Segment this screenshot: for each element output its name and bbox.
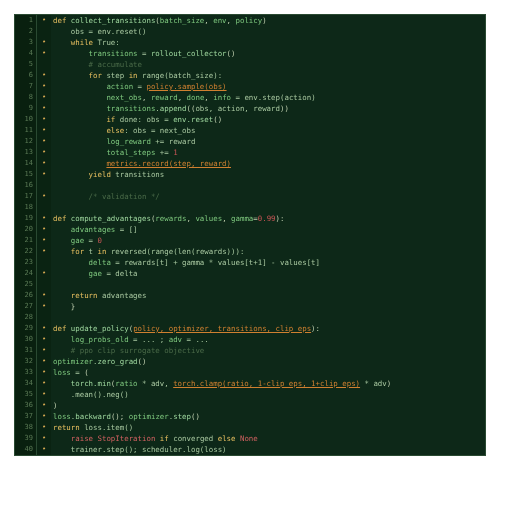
line-content[interactable]: total_steps += 1 xyxy=(51,147,485,158)
code-line[interactable]: 23 delta = rewards[t] + gamma * values[t… xyxy=(15,257,485,268)
line-content[interactable]: /* validation */ xyxy=(51,191,485,202)
line-content[interactable]: next_obs, reward, done, info = env.step(… xyxy=(51,92,485,103)
breakpoint-marker[interactable]: • xyxy=(37,345,51,356)
breakpoint-marker[interactable]: • xyxy=(37,378,51,389)
code-line[interactable]: 29•def update_policy(policy, optimizer, … xyxy=(15,323,485,334)
line-content[interactable]: advantages = [] xyxy=(51,224,485,235)
breakpoint-marker[interactable]: • xyxy=(37,48,51,59)
code-line[interactable]: 24• gae = delta xyxy=(15,268,485,279)
code-line[interactable]: 12• log_reward += reward xyxy=(15,136,485,147)
breakpoint-marker[interactable]: • xyxy=(37,433,51,444)
line-content[interactable]: for t in reversed(range(len(rewards))): xyxy=(51,246,485,257)
code-line[interactable]: 37•loss.backward(); optimizer.step() xyxy=(15,411,485,422)
code-line[interactable]: 4• transitions = rollout_collector() xyxy=(15,48,485,59)
breakpoint-marker[interactable]: • xyxy=(37,422,51,433)
code-line[interactable]: 21• gae = 0 xyxy=(15,235,485,246)
code-line[interactable]: 10• if done: obs = env.reset() xyxy=(15,114,485,125)
breakpoint-marker[interactable]: • xyxy=(37,92,51,103)
code-line[interactable]: 19•def compute_advantages(rewards, value… xyxy=(15,213,485,224)
breakpoint-marker[interactable]: • xyxy=(37,70,51,81)
breakpoint-marker[interactable]: • xyxy=(37,191,51,202)
breakpoint-marker[interactable]: • xyxy=(37,15,51,26)
line-content[interactable]: loss = ( xyxy=(51,367,485,378)
code-line[interactable]: 8• next_obs, reward, done, info = env.st… xyxy=(15,92,485,103)
line-content[interactable]: .mean().neg() xyxy=(51,389,485,400)
line-content[interactable]: while True: xyxy=(51,37,485,48)
code-line[interactable]: 16 xyxy=(15,180,485,191)
code-line[interactable]: 31• # ppo clip surrogate objective xyxy=(15,345,485,356)
breakpoint-marker[interactable]: • xyxy=(37,301,51,312)
code-line[interactable]: 35• .mean().neg() xyxy=(15,389,485,400)
line-content[interactable] xyxy=(51,202,485,213)
line-content[interactable]: gae = 0 xyxy=(51,235,485,246)
line-content[interactable]: torch.min(ratio * adv, torch.clamp(ratio… xyxy=(51,378,485,389)
line-content[interactable]: else: obs = next_obs xyxy=(51,125,485,136)
line-content[interactable]: transitions = rollout_collector() xyxy=(51,48,485,59)
breakpoint-marker[interactable]: • xyxy=(37,37,51,48)
line-content[interactable]: log_reward += reward xyxy=(51,136,485,147)
breakpoint-marker[interactable]: • xyxy=(37,224,51,235)
breakpoint-marker[interactable]: • xyxy=(37,103,51,114)
line-content[interactable]: metrics.record(step, reward) xyxy=(51,158,485,169)
line-content[interactable]: delta = rewards[t] + gamma * values[t+1]… xyxy=(51,257,485,268)
breakpoint-marker[interactable]: • xyxy=(37,323,51,334)
line-content[interactable]: def update_policy(policy, optimizer, tra… xyxy=(51,323,485,334)
line-content[interactable]: ) xyxy=(51,400,485,411)
code-line[interactable]: 11• else: obs = next_obs xyxy=(15,125,485,136)
code-line[interactable]: 32•optimizer.zero_grad() xyxy=(15,356,485,367)
code-line[interactable]: 34• torch.min(ratio * adv, torch.clamp(r… xyxy=(15,378,485,389)
breakpoint-marker[interactable]: • xyxy=(37,411,51,422)
code-line[interactable]: 17• /* validation */ xyxy=(15,191,485,202)
code-line[interactable]: 5 # accumulate xyxy=(15,59,485,70)
code-line[interactable]: 25 xyxy=(15,279,485,290)
line-content[interactable]: for step in range(batch_size): xyxy=(51,70,485,81)
code-line[interactable]: 1•def collect_transitions(batch_size, en… xyxy=(15,15,485,26)
breakpoint-marker[interactable]: • xyxy=(37,246,51,257)
code-line[interactable]: 15• yield transitions xyxy=(15,169,485,180)
code-line[interactable]: 7• action = policy.sample(obs) xyxy=(15,81,485,92)
code-line[interactable]: 6• for step in range(batch_size): xyxy=(15,70,485,81)
line-content[interactable]: raise StopIteration if converged else No… xyxy=(51,433,485,444)
line-content[interactable]: action = policy.sample(obs) xyxy=(51,81,485,92)
code-line[interactable]: 3• while True: xyxy=(15,37,485,48)
code-line[interactable]: 40• trainer.step(); scheduler.log(loss) xyxy=(15,444,485,455)
code-line[interactable]: 9• transitions.append((obs, action, rewa… xyxy=(15,103,485,114)
code-line[interactable]: 38•return loss.item() xyxy=(15,422,485,433)
code-line[interactable]: 22• for t in reversed(range(len(rewards)… xyxy=(15,246,485,257)
breakpoint-marker[interactable] xyxy=(37,312,51,323)
code-line[interactable]: 27• } xyxy=(15,301,485,312)
breakpoint-marker[interactable]: • xyxy=(37,158,51,169)
line-content[interactable]: loss.backward(); optimizer.step() xyxy=(51,411,485,422)
line-content[interactable]: gae = delta xyxy=(51,268,485,279)
breakpoint-marker[interactable]: • xyxy=(37,125,51,136)
line-content[interactable]: return advantages xyxy=(51,290,485,301)
line-content[interactable]: return loss.item() xyxy=(51,422,485,433)
breakpoint-marker[interactable]: • xyxy=(37,290,51,301)
line-content[interactable] xyxy=(51,312,485,323)
breakpoint-marker[interactable]: • xyxy=(37,169,51,180)
breakpoint-marker[interactable]: • xyxy=(37,136,51,147)
line-content[interactable] xyxy=(51,180,485,191)
line-content[interactable]: obs = env.reset() xyxy=(51,26,485,37)
breakpoint-marker[interactable]: • xyxy=(37,235,51,246)
breakpoint-marker[interactable] xyxy=(37,257,51,268)
breakpoint-marker[interactable]: • xyxy=(37,356,51,367)
line-content[interactable]: def compute_advantages(rewards, values, … xyxy=(51,213,485,224)
line-content[interactable]: } xyxy=(51,301,485,312)
code-line[interactable]: 26• return advantages xyxy=(15,290,485,301)
line-content[interactable]: optimizer.zero_grad() xyxy=(51,356,485,367)
breakpoint-marker[interactable]: • xyxy=(37,334,51,345)
breakpoint-marker[interactable] xyxy=(37,26,51,37)
code-line[interactable]: 13• total_steps += 1 xyxy=(15,147,485,158)
line-content[interactable]: yield transitions xyxy=(51,169,485,180)
line-content[interactable]: transitions.append((obs, action, reward)… xyxy=(51,103,485,114)
code-line[interactable]: 39• raise StopIteration if converged els… xyxy=(15,433,485,444)
breakpoint-marker[interactable] xyxy=(37,279,51,290)
breakpoint-marker[interactable]: • xyxy=(37,389,51,400)
line-content[interactable] xyxy=(51,279,485,290)
line-content[interactable]: if done: obs = env.reset() xyxy=(51,114,485,125)
breakpoint-marker[interactable] xyxy=(37,202,51,213)
code-editor[interactable]: 1•def collect_transitions(batch_size, en… xyxy=(14,14,486,456)
breakpoint-marker[interactable]: • xyxy=(37,81,51,92)
code-line[interactable]: 33•loss = ( xyxy=(15,367,485,378)
